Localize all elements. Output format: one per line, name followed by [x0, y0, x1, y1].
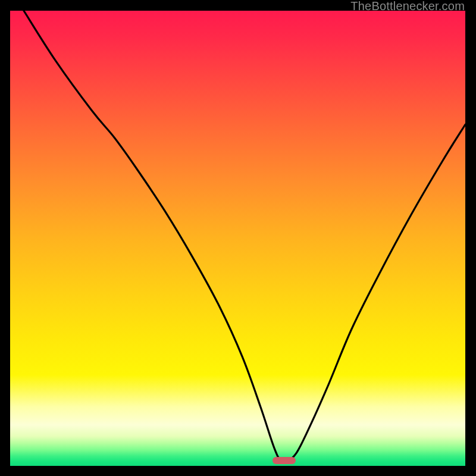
source-credit: TheBottlenecker.com — [350, 0, 465, 13]
heat-gradient-background — [10, 11, 465, 466]
chart-frame: TheBottlenecker.com — [0, 0, 476, 476]
optimal-marker — [273, 457, 296, 464]
plot-area — [10, 11, 465, 466]
